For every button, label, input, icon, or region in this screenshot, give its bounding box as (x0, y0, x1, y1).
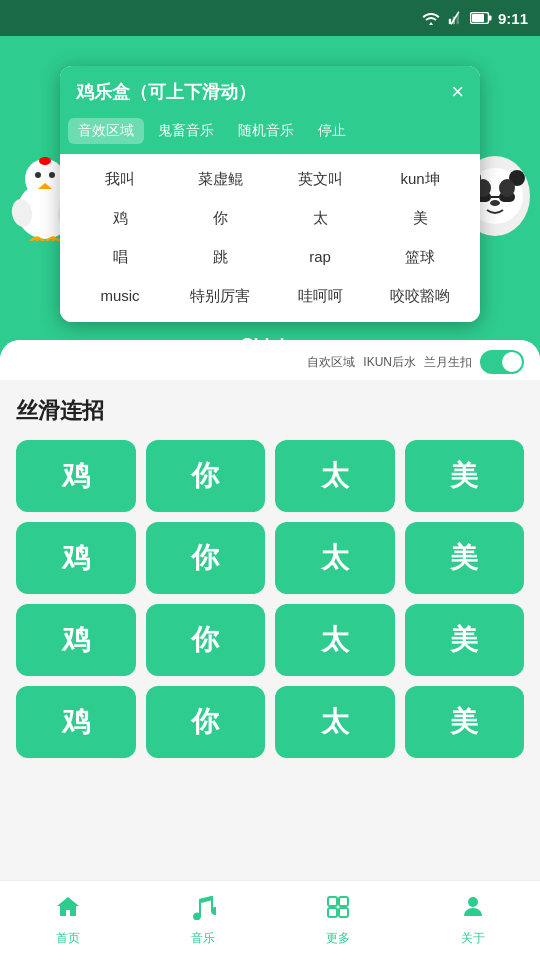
sound-item-0[interactable]: 我叫 (72, 162, 168, 197)
sound-item-2[interactable]: 英文叫 (272, 162, 368, 197)
sound-item-12[interactable]: music (72, 279, 168, 314)
svg-rect-6 (472, 14, 484, 22)
sound-grid: 我叫菜虚鲲英文叫kun坤鸡你太美唱跳rap篮球music特别厉害哇呵呵咬咬豁哟 (60, 154, 480, 322)
modal: 鸡乐盒（可上下滑动） × 音效区域鬼畜音乐随机音乐停止 我叫菜虚鲲英文叫kun坤… (60, 66, 480, 322)
modal-tabs: 音效区域鬼畜音乐随机音乐停止 (60, 118, 480, 154)
modal-title: 鸡乐盒（可上下滑动） (76, 80, 256, 104)
sound-item-11[interactable]: 篮球 (372, 240, 468, 275)
sound-item-1[interactable]: 菜虚鲲 (172, 162, 268, 197)
sound-item-5[interactable]: 你 (172, 201, 268, 236)
modal-close-button[interactable]: × (451, 81, 464, 103)
modal-tab-0[interactable]: 音效区域 (68, 118, 144, 144)
sound-item-7[interactable]: 美 (372, 201, 468, 236)
sound-item-8[interactable]: 唱 (72, 240, 168, 275)
battery-icon (470, 12, 492, 24)
status-time: 9:11 (498, 10, 528, 27)
modal-tab-3[interactable]: 停止 (308, 118, 356, 144)
sound-item-13[interactable]: 特别厉害 (172, 279, 268, 314)
sound-item-3[interactable]: kun坤 (372, 162, 468, 197)
sound-item-14[interactable]: 哇呵呵 (272, 279, 368, 314)
sound-item-10[interactable]: rap (272, 240, 368, 275)
modal-overlay: 鸡乐盒（可上下滑动） × 音效区域鬼畜音乐随机音乐停止 我叫菜虚鲲英文叫kun坤… (0, 36, 540, 960)
sound-item-9[interactable]: 跳 (172, 240, 268, 275)
svg-rect-5 (489, 16, 492, 21)
modal-tab-2[interactable]: 随机音乐 (228, 118, 304, 144)
sound-item-15[interactable]: 咬咬豁哟 (372, 279, 468, 314)
status-icons: 9:11 (422, 10, 528, 27)
signal-icon (446, 11, 464, 25)
modal-header: 鸡乐盒（可上下滑动） × (60, 66, 480, 118)
sound-item-4[interactable]: 鸡 (72, 201, 168, 236)
status-bar: 9:11 (0, 0, 540, 36)
wifi-icon (422, 11, 440, 25)
modal-tab-1[interactable]: 鬼畜音乐 (148, 118, 224, 144)
sound-item-6[interactable]: 太 (272, 201, 368, 236)
